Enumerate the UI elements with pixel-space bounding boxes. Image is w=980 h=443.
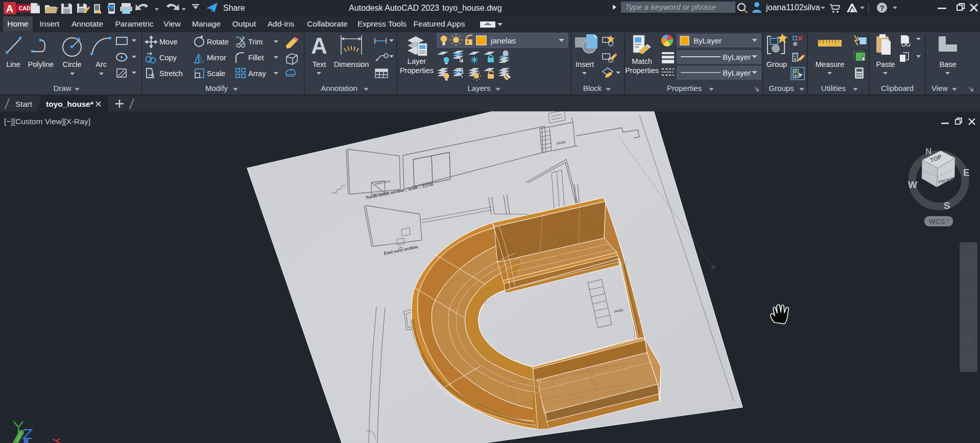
- svg-text:Mirror: Mirror: [207, 54, 226, 62]
- svg-text:Rotate: Rotate: [207, 38, 229, 46]
- svg-text:main room: main room: [375, 179, 391, 186]
- svg-text:study: study: [614, 308, 624, 314]
- svg-text:Group: Group: [767, 60, 787, 68]
- svg-text:Paste: Paste: [876, 60, 895, 68]
- svg-text:Match: Match: [632, 57, 652, 65]
- svg-text:FRONT: FRONT: [938, 176, 954, 185]
- svg-text:Draw: Draw: [53, 84, 71, 92]
- svg-text:Copy: Copy: [159, 54, 177, 62]
- svg-text:?: ?: [879, 4, 884, 12]
- svg-text:Groups: Groups: [769, 84, 794, 92]
- svg-text:toyo_house.dwg: toyo_house.dwg: [442, 4, 502, 13]
- svg-text:Base: Base: [939, 60, 956, 68]
- svg-text:Line: Line: [6, 60, 20, 68]
- svg-text:main room: main room: [469, 300, 487, 307]
- svg-text:Polyline: Polyline: [28, 60, 54, 68]
- svg-text:E: E: [963, 167, 970, 178]
- svg-text:Scale: Scale: [207, 69, 225, 78]
- svg-text:W: W: [908, 179, 917, 190]
- svg-text:ByLayer: ByLayer: [723, 53, 751, 61]
- svg-text:WCS: WCS: [929, 218, 945, 225]
- svg-text:Annotation: Annotation: [321, 84, 357, 92]
- svg-text:toyo_house*: toyo_house*: [46, 100, 94, 108]
- svg-text:A: A: [311, 33, 327, 58]
- svg-text:Properties: Properties: [625, 66, 659, 75]
- svg-text:Arc: Arc: [95, 60, 107, 68]
- svg-text:janelas: janelas: [490, 36, 516, 45]
- svg-text:Measure: Measure: [816, 60, 844, 68]
- svg-text:Array: Array: [248, 69, 266, 78]
- svg-text:A: A: [6, 3, 13, 14]
- svg-text:Text: Text: [313, 60, 326, 68]
- svg-text:Modify: Modify: [205, 84, 228, 92]
- svg-text:N: N: [925, 147, 931, 156]
- svg-text:Stretch: Stretch: [159, 69, 183, 78]
- svg-text:East-west section.: East-west section.: [383, 244, 419, 256]
- svg-text:Type a keyword or phrase: Type a keyword or phrase: [625, 3, 716, 11]
- svg-text:Utilities: Utilities: [821, 84, 846, 92]
- svg-text:Autodesk AutoCAD 2023: Autodesk AutoCAD 2023: [349, 4, 439, 12]
- svg-text:View: View: [931, 84, 948, 92]
- svg-text:Layers: Layers: [467, 84, 490, 92]
- svg-text:study: study: [556, 139, 566, 146]
- svg-text:Circle: Circle: [62, 60, 81, 68]
- svg-text:Clipboard: Clipboard: [881, 84, 914, 92]
- svg-text:Layer: Layer: [408, 57, 426, 65]
- svg-text:CAD: CAD: [19, 5, 31, 11]
- svg-text:joana1102silva: joana1102silva: [766, 3, 820, 12]
- svg-text:Block: Block: [583, 84, 602, 92]
- svg-text:Share: Share: [223, 4, 245, 12]
- svg-text:Properties: Properties: [667, 84, 702, 92]
- svg-text:[−][Custom View][X-Ray]: [−][Custom View][X-Ray]: [4, 117, 90, 126]
- svg-text:S: S: [944, 200, 950, 211]
- svg-text:Insert: Insert: [576, 60, 594, 68]
- svg-text:Move: Move: [159, 38, 177, 46]
- svg-text:Fillet: Fillet: [248, 54, 264, 62]
- svg-text:Properties: Properties: [400, 66, 434, 75]
- svg-text:Start: Start: [15, 100, 32, 108]
- svg-text:North-south section ; scale :: North-south section ; scale : 1|150.: [364, 181, 434, 200]
- svg-text:ByLayer: ByLayer: [723, 68, 751, 77]
- svg-text:TOP: TOP: [929, 153, 943, 163]
- svg-text:ByLayer: ByLayer: [694, 36, 722, 45]
- svg-text:Dimension: Dimension: [334, 60, 369, 68]
- svg-text:Trim: Trim: [248, 38, 262, 46]
